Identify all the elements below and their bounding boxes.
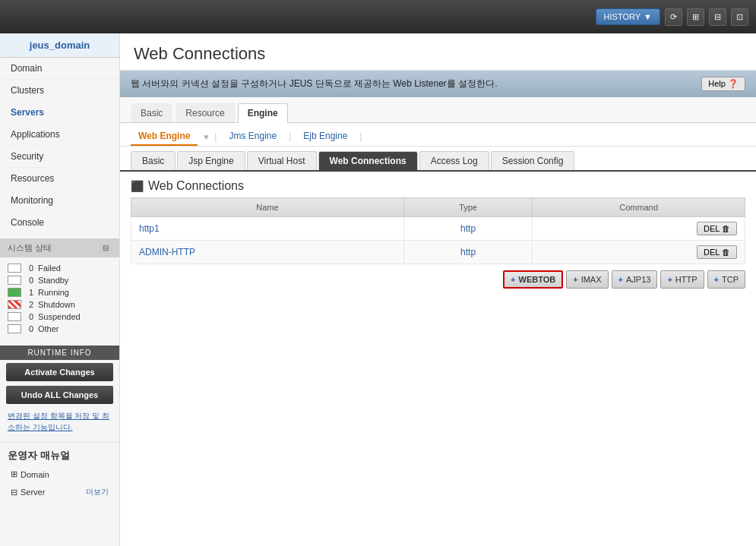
operator-manual-title: 운영자 매뉴얼: [0, 442, 119, 466]
sub-tab-basic[interactable]: Basic: [131, 151, 176, 170]
add-imax-button[interactable]: + IMAX: [566, 270, 608, 289]
table-row: ADMIN-HTTP http DEL 🗑: [131, 241, 745, 264]
sidebar-domain[interactable]: jeus_domain: [0, 33, 119, 58]
desc-bar: 웹 서버와의 커넥션 설정을 구성하거나 JEUS 단독으로 제공하는 Web …: [120, 71, 756, 97]
server-icon: ⊟: [11, 488, 17, 497]
engine-tab-web[interactable]: Web Engine: [131, 128, 198, 146]
sidebar-item-security[interactable]: Security: [0, 146, 119, 168]
sidebar-note: 변경된 설정 항목을 저장 및 최소하는 기능입니다.: [0, 406, 119, 437]
section-header: ⬛ Web Connections: [120, 172, 756, 197]
desc-text: 웹 서버와의 커넥션 설정을 구성하거나 JEUS 단독으로 제공하는 Web …: [131, 77, 498, 90]
sidebar-manual-domain[interactable]: ⊞ Domain: [0, 466, 119, 483]
row1-cmd: DEL 🗑: [533, 217, 745, 241]
row2-del-button[interactable]: DEL 🗑: [697, 245, 737, 259]
sidebar-item-domain[interactable]: Domain: [0, 58, 119, 80]
sidebar-item-servers[interactable]: Servers: [0, 102, 119, 124]
domain-icon: ⊞: [11, 469, 17, 479]
engine-tabs: Web Engine ▼ | Jms Engine | Ejb Engine |: [120, 123, 756, 147]
activate-changes-button[interactable]: Activate Changes: [6, 363, 113, 381]
add-ajp13-button[interactable]: + AJP13: [612, 270, 658, 289]
main-content: Web Connections 웹 서버와의 커넥션 설정을 구성하거나 JEU…: [120, 33, 756, 546]
table-row: http1 http DEL 🗑: [131, 217, 745, 241]
sub-tab-jsp-engine[interactable]: Jsp Engine: [177, 151, 245, 170]
row2-name[interactable]: ADMIN-HTTP: [131, 241, 404, 264]
plus-icon-http: +: [667, 275, 672, 284]
sub-tab-access-log[interactable]: Access Log: [419, 151, 489, 170]
status-box-running: [8, 288, 21, 297]
section-title: Web Connections: [148, 179, 244, 193]
col-type: Type: [403, 198, 532, 217]
sidebar-note-link[interactable]: 변경된 설정 항목을 저장 및 최소하는 기능입니다.: [8, 412, 109, 431]
sidebar-item-resources[interactable]: Resources: [0, 168, 119, 190]
sub-tab-web-connections[interactable]: Web Connections: [318, 151, 418, 170]
engine-tab-jms[interactable]: Jms Engine: [221, 128, 284, 146]
main-tabs: Basic Resource Engine: [120, 97, 756, 123]
system-status-title: 시스템 상태 ⊟: [0, 238, 119, 257]
history-button[interactable]: HISTORY ▼: [596, 8, 660, 25]
icon-btn-2[interactable]: ⊞: [687, 8, 704, 26]
row1-name[interactable]: http1: [131, 217, 404, 241]
section-icon: ⬛: [131, 180, 144, 192]
tab-engine[interactable]: Engine: [238, 103, 288, 123]
icon-btn-3[interactable]: ⊟: [709, 8, 726, 26]
col-name: Name: [131, 198, 404, 217]
sidebar-item-applications[interactable]: Applications: [0, 124, 119, 146]
tab-resource[interactable]: Resource: [176, 103, 234, 122]
sidebar-item-console[interactable]: Console: [0, 212, 119, 234]
plus-icon: +: [511, 275, 515, 284]
help-button[interactable]: Help ❓: [701, 77, 745, 91]
add-http-button[interactable]: + HTTP: [660, 270, 704, 289]
icon-btn-1[interactable]: ⟳: [665, 8, 682, 26]
page-header: Web Connections: [120, 33, 756, 71]
connections-table: Name Type Command http1 http DEL 🗑 AD: [131, 197, 745, 264]
icon-btn-4[interactable]: ⊡: [731, 8, 748, 26]
plus-icon-tcp: +: [714, 275, 719, 284]
sub-tab-session-config[interactable]: Session Config: [491, 151, 575, 170]
row1-del-button[interactable]: DEL 🗑: [697, 222, 737, 235]
sidebar-item-clusters[interactable]: Clusters: [0, 80, 119, 102]
engine-tab-ejb[interactable]: Ejb Engine: [296, 128, 355, 146]
status-box-standby: [8, 276, 21, 285]
status-list: 0 Failed 0 Standby 1 Running 2 Shutdown: [0, 257, 119, 339]
sub-tabs: Basic Jsp Engine Virtual Host Web Connec…: [120, 147, 756, 172]
more-link[interactable]: 더보기: [86, 487, 109, 497]
undo-changes-button[interactable]: Undo ALL Changes: [6, 386, 113, 404]
plus-icon-ajp13: +: [618, 275, 623, 284]
plus-icon-imax: +: [573, 275, 577, 284]
row1-type: http: [403, 217, 532, 241]
row2-type: http: [403, 241, 532, 264]
sidebar: jeus_domain Domain Clusters Servers Appl…: [0, 33, 120, 546]
top-bar: HISTORY ▼ ⟳ ⊞ ⊟ ⊡: [0, 0, 756, 33]
row2-cmd: DEL 🗑: [533, 241, 745, 264]
status-box-other: [8, 324, 21, 333]
add-buttons-row: + WEBTOB + IMAX + AJP13 + HTTP + TCP: [120, 264, 756, 295]
page-title: Web Connections: [134, 44, 742, 64]
runtime-info-label: RUNTIME INFO: [0, 346, 119, 360]
sidebar-manual-server[interactable]: ⊟ Server 더보기: [0, 483, 119, 501]
status-box-failed: [8, 264, 21, 273]
add-tcp-button[interactable]: + TCP: [707, 270, 745, 289]
sidebar-item-monitoring[interactable]: Monitoring: [0, 190, 119, 212]
tab-basic[interactable]: Basic: [131, 103, 172, 122]
status-box-suspended: [8, 312, 21, 321]
status-box-shutdown: [8, 300, 21, 309]
col-command: Command: [533, 198, 745, 217]
add-webtob-button[interactable]: + WEBTOB: [503, 270, 563, 289]
sub-tab-virtual-host[interactable]: Virtual Host: [247, 151, 317, 170]
